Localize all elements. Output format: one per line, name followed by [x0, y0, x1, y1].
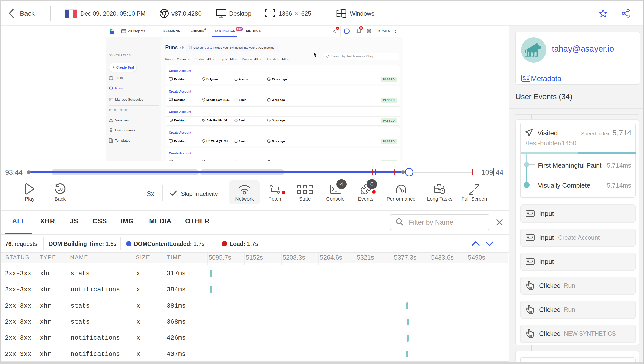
svg-text:10: 10 [58, 187, 63, 192]
